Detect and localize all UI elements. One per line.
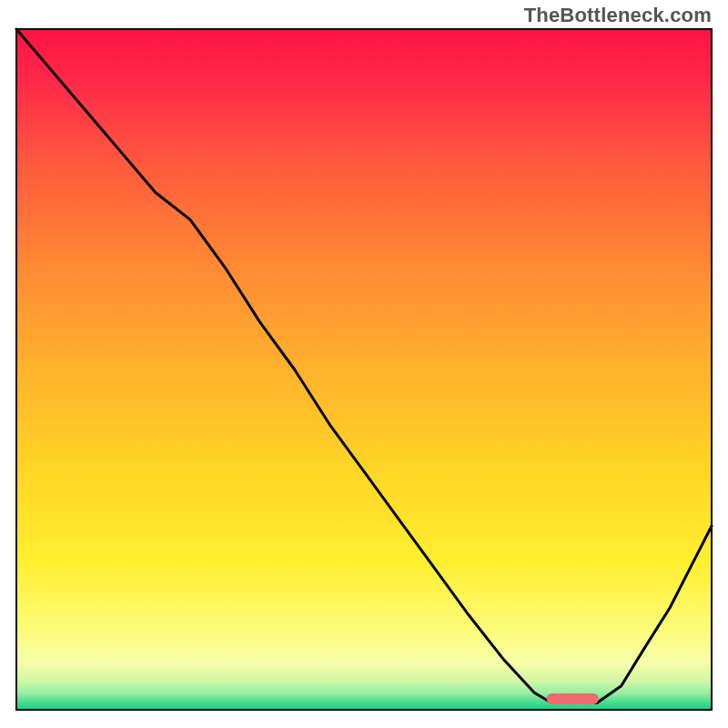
- chart-canvas: [0, 0, 728, 728]
- optimum-marker: [547, 693, 599, 704]
- watermark-text: TheBottleneck.com: [524, 4, 712, 27]
- plot-area: [16, 29, 712, 710]
